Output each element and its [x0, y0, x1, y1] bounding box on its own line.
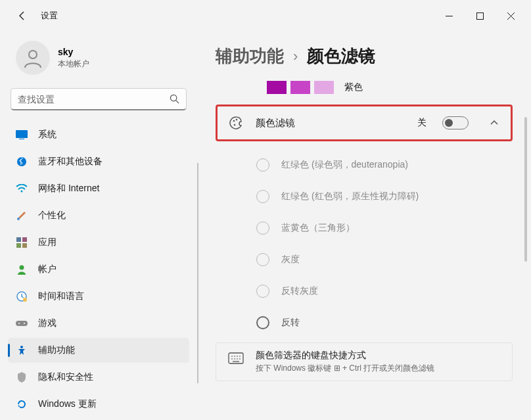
sidebar-item-label: 游戏 [38, 317, 57, 329]
svg-point-22 [236, 119, 238, 121]
svg-rect-17 [16, 321, 28, 326]
radio-icon [256, 222, 269, 235]
svg-point-9 [17, 218, 20, 220]
sidebar-item-label: 个性化 [38, 210, 66, 222]
accessibility-icon [16, 344, 28, 356]
sidebar-item-label: 时间和语言 [38, 291, 84, 302]
shortcut-card[interactable]: 颜色筛选器的键盘快捷方式 按下 Windows 徽标键 ⊞ + Ctrl 打开或… [216, 342, 513, 381]
sidebar-item-time[interactable]: 时间和语言 [8, 284, 189, 309]
search-icon [170, 94, 179, 104]
swatch-dark [267, 81, 287, 94]
svg-line-4 [176, 101, 179, 103]
brush-icon [16, 210, 28, 222]
toggle-knob [445, 119, 453, 127]
sidebar-item-label: 帐户 [38, 264, 57, 275]
account-icon [16, 264, 28, 275]
shortcut-title: 颜色筛选器的键盘快捷方式 [256, 350, 434, 362]
search-input[interactable] [18, 94, 170, 105]
filter-option[interactable]: 反转 [256, 316, 513, 329]
user-block[interactable]: sky 本地帐户 [8, 32, 189, 88]
minimize-button[interactable] [434, 5, 464, 26]
window-controls [434, 5, 526, 26]
sidebar-item-update[interactable]: Windows 更新 [8, 392, 189, 417]
sidebar: sky 本地帐户 系统 蓝牙和其他设备 网络和 Internet [0, 32, 197, 420]
update-icon [16, 398, 28, 410]
svg-rect-13 [22, 243, 27, 248]
svg-point-16 [23, 298, 27, 302]
svg-point-23 [234, 124, 236, 126]
card-title: 颜色滤镜 [256, 117, 405, 129]
nav: 系统 蓝牙和其他设备 网络和 Internet 个性化 应用 帐户 [8, 122, 189, 417]
sidebar-item-label: 应用 [38, 237, 57, 248]
option-label: 反转灰度 [281, 285, 318, 297]
option-label: 蓝黄色（三角形） [281, 222, 355, 234]
toggle-state: 关 [417, 117, 427, 129]
filter-option[interactable]: 灰度 [256, 253, 513, 266]
maximize-button[interactable] [465, 5, 495, 26]
sidebar-item-system[interactable]: 系统 [8, 122, 189, 147]
filter-option[interactable]: 蓝黄色（三角形） [256, 222, 513, 235]
system-icon [16, 129, 28, 141]
clock-icon [16, 291, 28, 302]
svg-rect-12 [16, 243, 21, 248]
sidebar-item-network[interactable]: 网络和 Internet [8, 176, 189, 201]
person-icon [22, 47, 44, 69]
sidebar-item-label: 网络和 Internet [38, 183, 99, 195]
option-label: 红绿色 (绿色弱，deuteranopia) [281, 159, 408, 171]
palette-icon [229, 116, 244, 130]
sidebar-item-apps[interactable]: 应用 [8, 230, 189, 255]
breadcrumb-parent[interactable]: 辅助功能 [216, 45, 284, 68]
option-label: 反转 [281, 317, 300, 329]
apps-icon [16, 237, 28, 248]
avatar [16, 41, 50, 75]
sidebar-item-gaming[interactable]: 游戏 [8, 311, 189, 336]
sidebar-item-label: Windows 更新 [38, 398, 97, 410]
filter-option[interactable]: 红绿色 (红色弱，原生性视力障碍) [256, 190, 513, 203]
svg-point-18 [18, 323, 20, 324]
filter-option[interactable]: 反转灰度 [256, 285, 513, 298]
svg-point-8 [21, 191, 23, 193]
bluetooth-icon [16, 156, 28, 168]
account-type: 本地帐户 [58, 58, 89, 70]
shortcut-desc: 按下 Windows 徽标键 ⊞ + Ctrl 打开或关闭颜色滤镜 [256, 363, 434, 374]
swatch-mid [290, 81, 310, 94]
option-label: 红绿色 (红色弱，原生性视力障碍) [281, 191, 419, 202]
keyboard-icon [228, 352, 244, 365]
filter-option[interactable]: 红绿色 (绿色弱，deuteranopia) [256, 158, 513, 172]
close-icon [507, 12, 515, 20]
username: sky [58, 47, 89, 57]
radio-icon [256, 316, 269, 329]
color-filter-toggle[interactable] [442, 116, 469, 129]
sidebar-item-privacy[interactable]: 隐私和安全性 [8, 365, 189, 390]
wifi-icon [16, 183, 28, 195]
svg-point-2 [29, 51, 37, 58]
maximize-icon [476, 12, 484, 20]
svg-rect-11 [22, 237, 27, 242]
sidebar-item-personalization[interactable]: 个性化 [8, 203, 189, 228]
back-button[interactable] [12, 5, 33, 26]
breadcrumb: 辅助功能 › 颜色滤镜 [216, 45, 513, 68]
sidebar-item-accounts[interactable]: 帐户 [8, 257, 189, 282]
minimize-icon [446, 12, 453, 20]
chevron-up-icon[interactable] [490, 117, 499, 129]
sidebar-item-label: 系统 [38, 129, 57, 141]
svg-point-21 [233, 120, 235, 122]
svg-rect-10 [16, 237, 21, 242]
search-box[interactable] [11, 88, 187, 110]
svg-rect-1 [477, 12, 484, 19]
svg-rect-6 [19, 139, 24, 139]
radio-icon [256, 190, 269, 203]
svg-point-3 [170, 95, 176, 101]
sidebar-item-label: 隐私和安全性 [38, 371, 93, 383]
sidebar-item-accessibility[interactable]: 辅助功能 [8, 338, 189, 363]
main: 辅助功能 › 颜色滤镜 紫色 颜色滤镜 关 红绿色 (绿色弱，deuterano… [197, 32, 531, 420]
sidebar-item-bluetooth[interactable]: 蓝牙和其他设备 [8, 149, 189, 174]
svg-point-14 [20, 266, 24, 270]
svg-point-20 [20, 346, 23, 348]
svg-rect-5 [16, 130, 28, 138]
chevron-right-icon: › [293, 48, 298, 65]
content-scrollbar[interactable] [524, 117, 527, 262]
color-filter-card[interactable]: 颜色滤镜 关 [216, 105, 513, 141]
color-label: 紫色 [344, 82, 363, 93]
close-button[interactable] [496, 5, 526, 26]
